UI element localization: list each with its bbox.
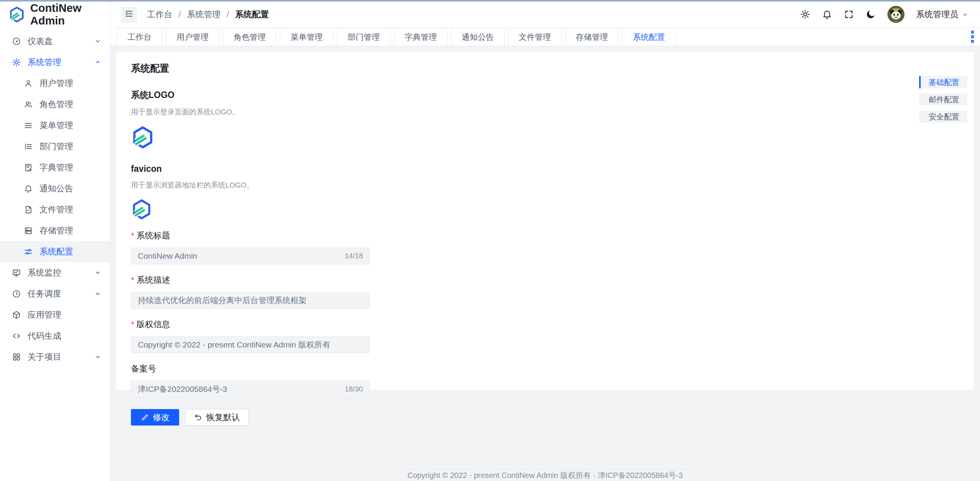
content-area: 系统配置 系统LOGO 用于显示登录页面的系统LOGO。 favicon 用于显… [110, 46, 980, 469]
header-left: 工作台 / 系统管理 / 系统配置 [121, 7, 269, 23]
sidebar-item-label: 部门管理 [39, 141, 73, 152]
text-input-box [131, 336, 370, 353]
main-column: 工作台 / 系统管理 / 系统配置 [110, 2, 980, 481]
sidebar-item[interactable]: 用户管理 [0, 73, 110, 94]
page-tab[interactable]: 存储管理 [565, 28, 619, 46]
user-name: 系统管理员 [916, 9, 958, 20]
app-shell: ContiNew Admin 仪表盘 系统管理 用户管理 [0, 2, 980, 481]
user-menu[interactable]: 系统管理员 [916, 9, 969, 20]
sidebar-item-label: 菜单管理 [39, 120, 73, 131]
dark-mode-moon-icon[interactable] [866, 9, 876, 20]
tree-list-icon [24, 142, 33, 151]
sidebar-item-label: 系统监控 [28, 267, 61, 279]
sidebar-item[interactable]: 系统配置 [0, 241, 110, 262]
sidebar-collapse-button[interactable] [121, 7, 137, 23]
fullscreen-icon[interactable] [844, 9, 854, 20]
breadcrumb-item[interactable]: 工作台 [147, 9, 172, 20]
field-label: * 系统描述 [131, 274, 959, 286]
file-icon [24, 205, 33, 214]
notification-bell-icon[interactable] [822, 9, 832, 20]
sidebar-item[interactable]: 代码生成 [0, 325, 110, 346]
form-field: 备案号 18/30 [131, 363, 959, 398]
settings-gear-icon[interactable] [800, 9, 810, 20]
sidebar-item[interactable]: 字典管理 [0, 157, 110, 178]
text-input[interactable] [138, 296, 363, 305]
sidebar-item[interactable]: 系统监控 [0, 262, 110, 283]
footer: Copyright © 2022 - present ContiNew Admi… [110, 469, 980, 481]
text-input[interactable] [138, 251, 340, 261]
form-field: * 系统标题 14/18 [131, 230, 959, 264]
sidebar-menu: 仪表盘 系统管理 用户管理 角色管理 [0, 28, 110, 367]
app-title: ContiNew Admin [30, 2, 110, 27]
field-label-text: 版权信息 [137, 319, 170, 330]
favicon-image[interactable] [131, 199, 959, 220]
anchor-nav-item[interactable]: 安全配置 [919, 111, 967, 123]
sidebar-item-label: 文件管理 [39, 204, 73, 215]
system-logo-desc: 用于显示登录页面的系统LOGO。 [131, 107, 959, 117]
grid-icon [12, 352, 21, 362]
text-input[interactable] [138, 385, 340, 394]
sidebar-item[interactable]: 菜单管理 [0, 115, 110, 136]
reset-default-button[interactable]: 恢复默认 [185, 409, 249, 426]
page-tab[interactable]: 部门管理 [337, 28, 390, 46]
anchor-nav-item[interactable]: 邮件配置 [919, 93, 967, 106]
field-label: * 系统标题 [131, 230, 959, 241]
undo-icon [194, 413, 203, 422]
sidebar-item[interactable]: 应用管理 [0, 304, 110, 325]
page-tab[interactable]: 用户管理 [166, 28, 219, 46]
page-tab[interactable]: 角色管理 [223, 28, 276, 46]
sidebar-item[interactable]: 仪表盘 [0, 31, 110, 52]
sidebar-item-label: 字典管理 [39, 162, 73, 173]
header-right: 系统管理员 [800, 6, 969, 23]
page-tab[interactable]: 系统配置 [622, 28, 676, 46]
sidebar-item[interactable]: 系统管理 [0, 52, 110, 73]
sidebar: ContiNew Admin 仪表盘 系统管理 用户管理 [0, 2, 110, 481]
sidebar-item[interactable]: 部门管理 [0, 136, 110, 157]
sidebar-item[interactable]: 文件管理 [0, 199, 110, 220]
text-input[interactable] [138, 340, 363, 349]
sidebar-item-label: 系统管理 [28, 57, 61, 68]
page-title: 系统配置 [131, 62, 959, 75]
clock-icon [12, 289, 21, 298]
sidebar-item[interactable]: 通知公告 [0, 178, 110, 199]
breadcrumb-item[interactable]: 系统管理 [187, 9, 220, 20]
code-icon [12, 331, 21, 341]
page-tab[interactable]: 菜单管理 [280, 28, 333, 46]
sidebar-item-label: 用户管理 [39, 78, 73, 89]
sidebar-item-label: 存储管理 [39, 225, 73, 236]
text-input-box [131, 292, 370, 309]
save-button[interactable]: 修改 [131, 409, 179, 426]
chevron-down-icon [94, 38, 101, 45]
edit-pen-icon [140, 413, 149, 422]
favicon-label: favicon [131, 164, 959, 174]
sidebar-item-label: 系统配置 [39, 246, 73, 258]
sidebar-item[interactable]: 存储管理 [0, 220, 110, 241]
app-logo-icon [8, 6, 25, 23]
sidebar-item[interactable]: 任务调度 [0, 283, 110, 304]
required-asterisk: * [131, 231, 134, 241]
menu-lines-icon [24, 121, 33, 130]
sidebar-item[interactable]: 角色管理 [0, 94, 110, 115]
tab-list-more-button[interactable] [971, 31, 974, 42]
text-input-box: 18/30 [131, 381, 370, 398]
storage-icon [24, 226, 33, 235]
sidebar-item-label: 关于项目 [28, 351, 61, 363]
sidebar-item-label: 应用管理 [28, 309, 61, 321]
anchor-nav-item[interactable]: 基础配置 [919, 76, 967, 88]
user-avatar[interactable] [887, 6, 905, 23]
chevron-down-icon [94, 269, 101, 276]
breadcrumb: 工作台 / 系统管理 / 系统配置 [147, 9, 269, 20]
sidebar-item[interactable]: 关于项目 [0, 346, 110, 367]
app-logo-row[interactable]: ContiNew Admin [0, 2, 110, 28]
page-tab[interactable]: 通知公告 [451, 28, 505, 46]
page-tab[interactable]: 字典管理 [394, 28, 448, 46]
form-field: * 系统描述 [131, 274, 959, 309]
text-input-box: 14/18 [131, 248, 370, 264]
page-tab[interactable]: 文件管理 [508, 28, 562, 46]
header: 工作台 / 系统管理 / 系统配置 [110, 2, 980, 28]
required-asterisk: * [131, 320, 134, 329]
page-tab[interactable]: 工作台 [117, 28, 162, 46]
required-asterisk: * [131, 275, 134, 285]
breadcrumb-item[interactable]: 系统配置 [235, 9, 269, 20]
system-logo-image[interactable] [131, 126, 959, 149]
